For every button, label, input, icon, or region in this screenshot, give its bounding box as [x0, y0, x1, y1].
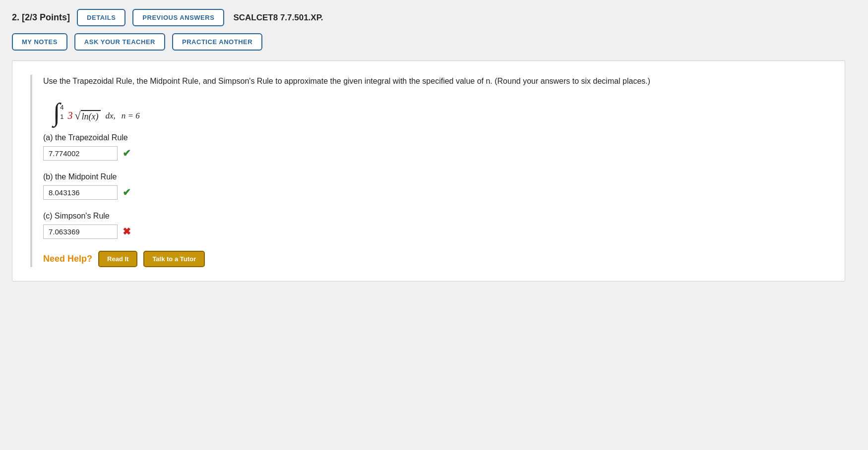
- problem-instruction: Use the Trapezoidal Rule, the Midpoint R…: [43, 75, 829, 88]
- sqrt-radicand: ln(x): [81, 110, 101, 122]
- part-c-label: (c) Simpson's Rule: [43, 212, 829, 221]
- part-c-incorrect-icon: ✖: [123, 225, 131, 237]
- n-value: n = 6: [122, 111, 140, 121]
- part-a-answer-row: ✔: [43, 146, 829, 161]
- integral-expression: 3 √ ln(x) dx, n = 6: [67, 110, 139, 122]
- part-c-block: (c) Simpson's Rule ✖: [43, 212, 829, 239]
- talk-to-tutor-button[interactable]: Talk to a Tutor: [143, 251, 205, 267]
- action-bar: MY NOTES ASK YOUR TEACHER PRACTICE ANOTH…: [12, 33, 856, 51]
- integral-display: ∫ 4 1 3 √ ln(x) dx, n = 6: [53, 97, 829, 122]
- integral-symbol: ∫: [53, 100, 60, 125]
- problem-label: 2. [2/3 Points]: [12, 12, 70, 23]
- need-help-label: Need Help?: [43, 254, 92, 264]
- part-a-input[interactable]: [43, 146, 118, 161]
- part-b-answer-row: ✔: [43, 185, 829, 200]
- my-notes-button[interactable]: MY NOTES: [12, 33, 67, 51]
- part-a-correct-icon: ✔: [123, 147, 131, 159]
- integral-upper: 4: [60, 104, 63, 111]
- part-b-label: (b) the Midpoint Rule: [43, 172, 829, 181]
- part-c-input[interactable]: [43, 225, 118, 239]
- practice-another-button[interactable]: PRACTICE ANOTHER: [172, 33, 262, 51]
- problem-id: SCALCET8 7.7.501.XP.: [233, 13, 323, 23]
- previous-answers-button[interactable]: PREVIOUS ANSWERS: [132, 9, 224, 26]
- integral-coefficient: 3: [67, 110, 72, 121]
- part-c-answer-row: ✖: [43, 225, 829, 239]
- ask-teacher-button[interactable]: ASK YOUR TEACHER: [74, 33, 165, 51]
- integral-lower: 1: [60, 113, 63, 120]
- sqrt-container: √ ln(x): [74, 110, 100, 122]
- part-a-label: (a) the Trapezoidal Rule: [43, 133, 829, 142]
- part-b-correct-icon: ✔: [123, 186, 131, 198]
- details-button[interactable]: DETAILS: [77, 9, 125, 26]
- part-b-input[interactable]: [43, 185, 118, 200]
- sqrt-symbol: √: [74, 110, 80, 122]
- page-wrapper: 2. [2/3 Points] DETAILS PREVIOUS ANSWERS…: [0, 0, 868, 290]
- part-a-block: (a) the Trapezoidal Rule ✔: [43, 133, 829, 161]
- part-b-block: (b) the Midpoint Rule ✔: [43, 172, 829, 200]
- top-bar: 2. [2/3 Points] DETAILS PREVIOUS ANSWERS…: [12, 9, 856, 26]
- read-it-button[interactable]: Read It: [98, 251, 137, 267]
- content-inner: Use the Trapezoidal Rule, the Midpoint R…: [30, 75, 829, 267]
- integral-limits: 4 1: [60, 104, 63, 120]
- content-card: Use the Trapezoidal Rule, the Midpoint R…: [12, 60, 845, 281]
- dx-text: dx,: [106, 111, 116, 121]
- need-help-row: Need Help? Read It Talk to a Tutor: [43, 251, 829, 267]
